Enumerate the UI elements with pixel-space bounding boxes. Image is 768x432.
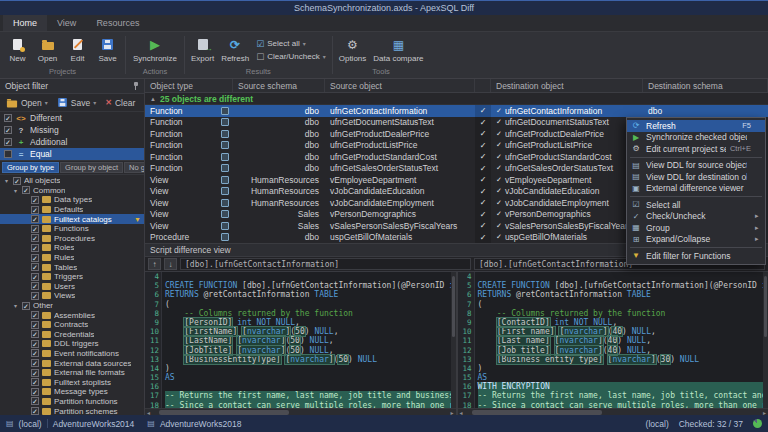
menu-item[interactable]: ▣External difference viewer [627,183,765,195]
filter-checkbox[interactable] [4,114,12,122]
tree-checkbox[interactable] [31,321,39,329]
filter-different[interactable]: <> Different [0,112,144,124]
synchronize-button[interactable]: ▶Synchronize [129,37,181,64]
tree-item[interactable]: Triggers [0,272,144,282]
tree-item[interactable]: Views [0,291,144,301]
source-database-label[interactable]: AdventureWorks2014 [53,419,135,429]
tree-checkbox[interactable] [31,349,39,357]
tree-item[interactable]: ▾Other [0,301,144,311]
tree-item[interactable]: DDL triggers [0,339,144,349]
tree-checkbox[interactable] [31,225,39,233]
tree-item[interactable]: ▾All objects [0,176,144,186]
filter-clear-button[interactable]: ✕Clear [105,98,135,108]
tree-item[interactable]: Contracts [0,320,144,330]
menu-item[interactable]: ▶Synchronize checked objects [627,132,765,144]
tree-item[interactable]: Roles [0,243,144,253]
menu-item[interactable]: ✓Check/Uncheck▸ [627,211,765,223]
row-checkbox[interactable]: ✓ [480,152,487,161]
column-checkbox[interactable] [475,79,491,92]
column-source-schema[interactable]: Source schema [233,79,325,92]
tab-home[interactable]: Home [3,15,47,31]
filter-equal[interactable]: = Equal [0,148,144,160]
tree-checkbox[interactable] [31,282,39,290]
tree-item[interactable]: External data sources [0,358,144,368]
row-checkbox[interactable]: ✓ [480,221,487,230]
tree-checkbox[interactable] [31,359,39,367]
tree-item[interactable]: Procedures [0,234,144,244]
row-checkbox[interactable]: ✓ [480,198,487,207]
scroll-right-icon[interactable]: ▸ [763,409,766,416]
tree-item[interactable]: Rules [0,253,144,263]
data-compare-button[interactable]: ▦Data compare [370,37,426,64]
previous-difference-button[interactable]: ↑ [148,258,161,270]
tree-item[interactable]: External file formats [0,368,144,378]
tree-item[interactable]: Assemblies [0,310,144,320]
save-button[interactable]: Save [93,37,122,64]
tree-item[interactable]: Users [0,282,144,292]
export-button[interactable]: Export [188,37,217,64]
clear-uncheck-button[interactable]: ☐Clear/Uncheck▾ [256,52,326,62]
tree-checkbox[interactable] [31,407,39,415]
horizontal-scrollbar[interactable]: ◂▸ [145,408,456,415]
filter-save-button[interactable]: Save▾ [57,97,96,108]
tab-group-by-type[interactable]: Group by type [2,162,59,173]
tree-checkbox[interactable] [31,215,39,223]
tree-checkbox[interactable] [31,254,39,262]
scrollbar-thumb[interactable] [159,410,289,415]
tree-checkbox[interactable] [31,369,39,377]
open-button[interactable]: Open [33,37,62,64]
row-checkbox[interactable]: ✓ [480,118,487,127]
menu-item[interactable]: ⟳RefreshF5 [627,120,765,132]
menu-item[interactable]: ▼Edit filter for Functions [627,250,765,262]
refresh-button[interactable]: ⟳Refresh [218,37,252,64]
row-checkbox[interactable]: ✓ [480,141,487,150]
source-code[interactable]: CREATE FUNCTION [dbo].[ufnGetContactInfo… [162,272,456,408]
tree-item[interactable]: Fulltext catalogs▼ [0,214,144,224]
tree-checkbox[interactable] [13,177,21,185]
tree-checkbox[interactable] [31,340,39,348]
tab-resources[interactable]: Resources [86,15,149,31]
scrollbar-thumb[interactable] [452,276,455,337]
vertical-scrollbar[interactable] [763,272,768,408]
menu-item[interactable]: ⊞Expand/Collapse▸ [627,234,765,246]
tree-checkbox[interactable] [22,302,30,310]
filter-additional[interactable]: + Additional [0,136,144,148]
filter-checkbox[interactable] [4,138,12,146]
tab-group-by-object[interactable]: Group by object [60,162,123,173]
group-row[interactable]: ▲ 25 objects are different [145,93,768,105]
tree-checkbox[interactable] [31,234,39,242]
tree-checkbox[interactable] [31,378,39,386]
tree-item[interactable]: Event notifications [0,349,144,359]
tab-view[interactable]: View [47,15,86,31]
tree-item[interactable]: ▾Common [0,186,144,196]
tree-checkbox[interactable] [31,397,39,405]
tree-checkbox[interactable] [31,292,39,300]
scroll-left-icon[interactable]: ◂ [460,409,463,416]
tree-checkbox[interactable] [31,311,39,319]
column-destination-object[interactable]: Destination object [491,79,643,92]
scrollbar-thumb[interactable] [764,276,767,337]
filter-checkbox[interactable] [4,150,12,158]
tree-checkbox[interactable] [31,388,39,396]
destination-code[interactable]: CREATE FUNCTION [dbo].[ufnGetContactInfo… [475,272,768,408]
tree-checkbox[interactable] [31,263,39,271]
scroll-left-icon[interactable]: ◂ [147,409,150,416]
menu-item[interactable]: ☑Select all [627,199,765,211]
row-checkbox[interactable]: ✓ [480,187,487,196]
edit-button[interactable]: Edit [63,37,92,64]
horizontal-scrollbar[interactable]: ◂▸ [458,408,768,415]
filter-checkbox[interactable] [4,126,12,134]
scroll-right-icon[interactable]: ▸ [450,409,453,416]
menu-item[interactable]: ▤View DDL for destination object [627,171,765,183]
destination-database-label[interactable]: AdventureWorks2018 [160,419,242,429]
row-checkbox[interactable]: ✓ [480,106,487,115]
tree-item[interactable]: Functions [0,224,144,234]
filter-open-button[interactable]: Open▾ [6,97,48,108]
tree-item[interactable]: Credentials [0,330,144,340]
new-button[interactable]: New [3,37,32,64]
tree-item[interactable]: Partition functions [0,397,144,407]
tree-checkbox[interactable] [31,330,39,338]
tree-item[interactable]: Tables [0,262,144,272]
tree-checkbox[interactable] [31,273,39,281]
tree-checkbox[interactable] [31,206,39,214]
